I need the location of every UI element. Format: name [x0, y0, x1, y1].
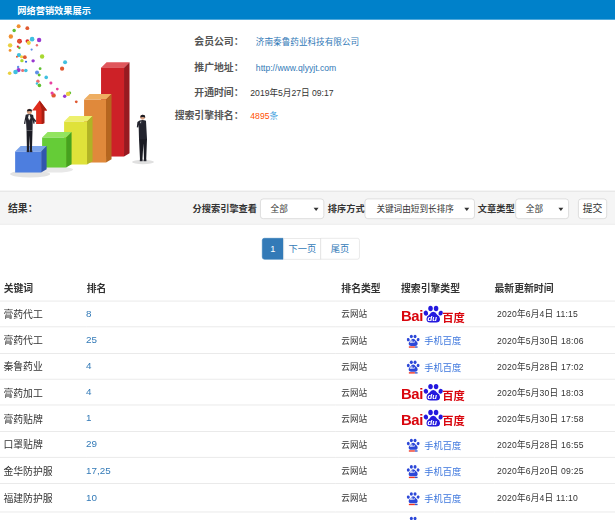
svg-text:du: du — [410, 443, 415, 448]
svg-text:du: du — [410, 365, 415, 370]
svg-text:du: du — [410, 469, 415, 474]
svg-text:du: du — [427, 418, 437, 427]
svg-text:Bai: Bai — [402, 412, 424, 428]
svg-text:Bai: Bai — [402, 308, 424, 324]
svg-text:du: du — [427, 392, 437, 401]
svg-text:du: du — [410, 497, 415, 502]
svg-text:百度: 百度 — [442, 413, 465, 429]
svg-text:du: du — [410, 339, 415, 344]
svg-text:百度: 百度 — [442, 308, 465, 324]
svg-text:du: du — [427, 314, 437, 323]
svg-text:Bai: Bai — [402, 386, 424, 402]
svg-text:百度: 百度 — [442, 387, 465, 403]
